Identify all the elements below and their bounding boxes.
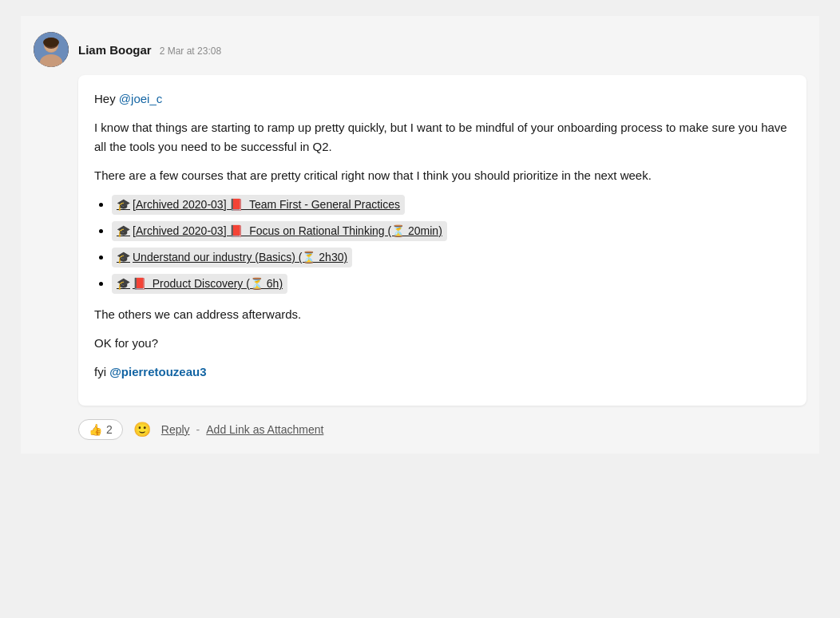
course-icon-2: 🎓 [117,223,130,240]
courses-list: 🎓 [Archived 2020-03] 📕 Team First - Gene… [94,195,790,294]
course-link-2[interactable]: 🎓 [Archived 2020-03] 📕 Focus on Rational… [112,221,447,241]
separator: - [196,423,200,436]
list-item: 🎓 📕 Product Discovery (⏳ 6h) [112,274,790,294]
message-container: Liam Boogar 2 Mar at 23:08 Hey @joei_c I… [21,16,819,454]
thumbs-up-reaction-button[interactable]: 👍 2 [78,419,123,440]
timestamp: 2 Mar at 23:08 [160,46,221,57]
svg-point-5 [43,38,59,47]
avatar-image [34,32,69,67]
thumbs-up-icon: 👍 [89,423,102,436]
avatar [34,32,69,67]
list-item: 🎓 [Archived 2020-03] 📕 Focus on Rational… [112,221,790,241]
greeting-paragraph: Hey @joei_c [94,89,790,109]
course-link-3[interactable]: 🎓 Understand our industry (Basics) (⏳ 2h… [112,248,352,267]
add-emoji-reaction-button[interactable]: 🙂 [129,417,155,442]
reaction-count: 2 [106,423,113,436]
list-item: 🎓 Understand our industry (Basics) (⏳ 2h… [112,248,790,267]
greeting-text: Hey [94,92,119,105]
message-body: Hey @joei_c I know that things are start… [78,75,806,406]
add-link-attachment-button[interactable]: Add Link as Attachment [206,423,323,436]
reply-button[interactable]: Reply [161,423,190,436]
course-link-4[interactable]: 🎓 📕 Product Discovery (⏳ 6h) [112,274,287,294]
course-text-1: [Archived 2020-03] 📕 Team First - Genera… [133,196,400,213]
author-name: Liam Boogar [78,43,152,57]
paragraph1: I know that things are starting to ramp … [94,118,790,156]
fyi-paragraph: fyi @pierretouzeau3 [94,362,790,382]
course-link-1[interactable]: 🎓 [Archived 2020-03] 📕 Team First - Gene… [112,195,405,215]
mention-pierre[interactable]: @pierretouzeau3 [109,365,206,378]
course-icon-1: 🎓 [117,196,130,213]
paragraph2: There are a few courses that are pretty … [94,166,790,185]
fyi-text: fyi [94,365,109,378]
course-text-3: Understand our industry (Basics) (⏳ 2h30… [133,249,347,266]
course-icon-3: 🎓 [117,249,130,266]
paragraph3: The others we can address afterwards. [94,305,790,324]
mention-joei[interactable]: @joei_c [119,92,162,105]
actions-bar: 👍 2 🙂 Reply - Add Link as Attachment [78,414,806,446]
course-text-2: [Archived 2020-03] 📕 Focus on Rational T… [133,223,442,240]
emoji-add-icon: 🙂 [133,421,151,438]
course-text-4: 📕 Product Discovery (⏳ 6h) [133,275,283,292]
paragraph4: OK for you? [94,334,790,353]
course-icon-4: 🎓 [117,275,130,292]
list-item: 🎓 [Archived 2020-03] 📕 Team First - Gene… [112,195,790,215]
author-info: Liam Boogar 2 Mar at 23:08 [78,43,221,57]
message-header: Liam Boogar 2 Mar at 23:08 [34,32,806,67]
